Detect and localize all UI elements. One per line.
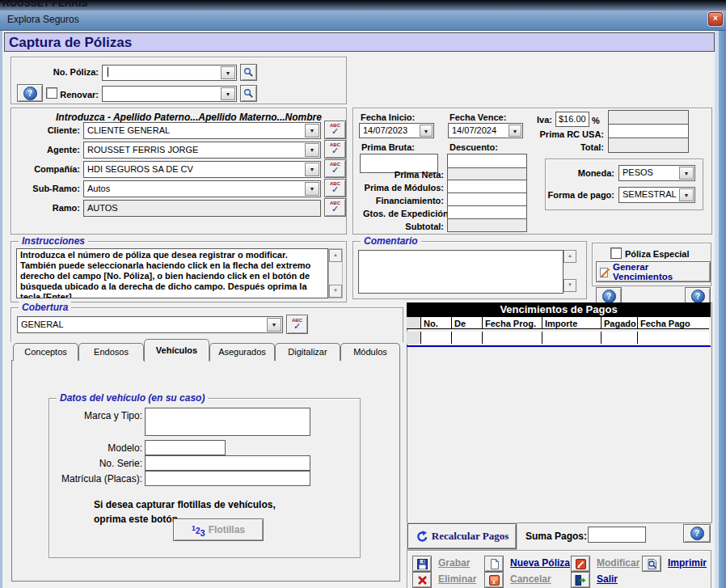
- compania-label: Compañía:: [14, 164, 80, 174]
- spellcheck-ramo-button[interactable]: ABC✓: [324, 198, 346, 217]
- prima-bruta-label: Prima Bruta:: [361, 142, 415, 152]
- spellcheck-agente-button[interactable]: ABC✓: [324, 140, 346, 159]
- payments-table-title: Vencimientos de Pagos: [407, 302, 711, 317]
- spellcheck-cliente-button[interactable]: ABC✓: [324, 121, 346, 139]
- imprimir-button[interactable]: [642, 556, 661, 572]
- suma-pagos-field[interactable]: [588, 527, 646, 543]
- cliente-combo[interactable]: CLIENTE GENERAL ▼: [83, 122, 321, 139]
- modelo-field[interactable]: [145, 440, 226, 455]
- recalcular-pagos-button[interactable]: Recalcular Pagos: [407, 523, 517, 549]
- eliminar-button[interactable]: [412, 572, 432, 588]
- instructions-scrollbar[interactable]: ▲ ▼: [328, 248, 343, 298]
- payments-table-header: No. De Fecha Prog. Importe Pagado Fecha …: [407, 317, 709, 329]
- generar-vencimientos-button[interactable]: Generar Vencimientos: [596, 261, 711, 282]
- forma-pago-dropdown-button[interactable]: ▼: [679, 188, 694, 201]
- col-fecha-prog: Fecha Prog.: [483, 317, 542, 329]
- forma-pago-label: Forma de pago:: [547, 190, 614, 200]
- help-icon: ?: [602, 290, 616, 303]
- spellcheck-cobertura-button[interactable]: ABC✓: [286, 315, 308, 334]
- nueva-poliza-link[interactable]: Nueva Póliza: [510, 557, 570, 569]
- cancelar-link[interactable]: Cancelar: [510, 573, 551, 585]
- renovar-combo[interactable]: ▼: [102, 86, 237, 102]
- payments-empty-row[interactable]: [407, 332, 709, 344]
- col-fecha-pago: Fecha Pago: [638, 317, 709, 329]
- flotillas-button[interactable]: 123 Flotillas: [173, 518, 264, 541]
- flotillas-hint-line1: Si desea capturar flotillas de vehículos…: [94, 499, 276, 510]
- no-poliza-dropdown-button[interactable]: ▼: [221, 66, 235, 79]
- modificar-link[interactable]: Modificar: [597, 557, 639, 569]
- tab-endosos[interactable]: Endosos: [78, 343, 144, 361]
- help-poliza-button[interactable]: ?: [17, 84, 43, 102]
- close-button[interactable]: ×: [708, 12, 723, 26]
- fecha-inicio-value: 14/07/2023: [363, 125, 407, 135]
- fecha-vence-dropdown-button[interactable]: ▼: [509, 125, 521, 137]
- renovar-checkbox[interactable]: [46, 87, 57, 99]
- renovar-dropdown-button[interactable]: ▼: [221, 87, 235, 100]
- matricula-field[interactable]: [145, 471, 310, 486]
- poliza-especial-checkbox[interactable]: [610, 247, 622, 259]
- ramo-value: AUTOS: [87, 203, 118, 213]
- scroll-up-icon[interactable]: ▲: [563, 250, 576, 263]
- spellcheck-icon: ABC✓: [330, 123, 340, 137]
- ramo-field[interactable]: AUTOS: [83, 200, 321, 217]
- nueva-poliza-button[interactable]: [484, 556, 504, 572]
- agente-combo[interactable]: ROUSSET FERRIS JORGE ▼: [83, 142, 321, 159]
- scroll-up-icon[interactable]: ▲: [329, 249, 342, 262]
- no-poliza-combo[interactable]: ▼: [102, 65, 237, 81]
- fecha-inicio-dropdown-button[interactable]: ▼: [420, 125, 433, 137]
- window-titlebar[interactable]: Explora Seguros: [0, 11, 726, 31]
- numbers-123-icon: 123: [192, 522, 205, 538]
- fecha-vence-combo[interactable]: 14/07/2024 ▼: [448, 123, 523, 138]
- compania-combo[interactable]: HDI SEGUROS SA DE CV ▼: [83, 161, 321, 178]
- spellcheck-subramo-button[interactable]: ABC✓: [324, 179, 346, 197]
- modificar-button[interactable]: [571, 556, 590, 572]
- grabar-button[interactable]: [412, 556, 432, 572]
- salir-button[interactable]: [571, 572, 590, 588]
- cobertura-dropdown-button[interactable]: ▼: [267, 318, 281, 332]
- instructions-group: Instrucciones Introduzca el número de pó…: [11, 241, 347, 302]
- spellcheck-compania-button[interactable]: ABC✓: [324, 159, 346, 178]
- no-poliza-label: No. Póliza:: [27, 67, 99, 77]
- client-header: Introduzca - Apellido Paterno...Apellido…: [56, 112, 322, 123]
- scroll-down-icon[interactable]: ▼: [329, 285, 342, 298]
- no-serie-field[interactable]: [145, 455, 310, 471]
- agente-dropdown-button[interactable]: ▼: [305, 143, 319, 157]
- tab-vehiculos[interactable]: Vehículos: [144, 339, 209, 362]
- delete-x-icon: [417, 575, 428, 586]
- grabar-link[interactable]: Grabar: [438, 557, 470, 569]
- salir-link[interactable]: Salir: [597, 573, 618, 585]
- search-poliza-button[interactable]: [240, 64, 257, 81]
- marca-tipo-field[interactable]: [145, 408, 310, 436]
- compania-dropdown-button[interactable]: ▼: [305, 163, 319, 176]
- instructions-textbox[interactable]: Introduzca el número de póliza que desea…: [16, 248, 328, 298]
- tab-asegurados[interactable]: Asegurados: [209, 343, 275, 361]
- search-renovar-button[interactable]: [240, 85, 257, 102]
- moneda-dropdown-button[interactable]: ▼: [679, 167, 694, 180]
- fecha-inicio-combo[interactable]: 14/07/2023 ▼: [359, 123, 434, 138]
- cobertura-combo[interactable]: GENERAL ▼: [17, 316, 283, 333]
- subramo-label: Sub-Ramo:: [14, 184, 80, 193]
- moneda-combo[interactable]: PESOS ▼: [618, 165, 695, 181]
- scroll-down-icon[interactable]: ▼: [563, 279, 576, 292]
- comment-textbox[interactable]: [358, 250, 563, 294]
- search-icon: [243, 67, 254, 78]
- captura-de-polizas-window: ROUSSET FERRIS Explora Seguros × Captura…: [0, 0, 726, 588]
- eliminar-link[interactable]: Eliminar: [438, 573, 476, 585]
- poliza-especial-label: Póliza Especial: [625, 249, 689, 259]
- cliente-dropdown-button[interactable]: ▼: [305, 124, 319, 137]
- iva-field[interactable]: $16.00: [555, 112, 589, 127]
- col-no: No.: [421, 317, 452, 329]
- forma-pago-combo[interactable]: SEMESTRAL ▼: [618, 187, 695, 203]
- comment-scrollbar[interactable]: ▲ ▼: [563, 250, 576, 292]
- cancelar-button[interactable]: x: [484, 572, 504, 588]
- tab-modulos[interactable]: Módulos: [340, 343, 400, 361]
- subramo-combo[interactable]: Autos ▼: [83, 180, 321, 197]
- modify-icon: [576, 559, 586, 569]
- subramo-dropdown-button[interactable]: ▼: [305, 182, 319, 196]
- help-button-bottom[interactable]: ?: [683, 524, 711, 543]
- tab-conceptos[interactable]: Conceptos: [13, 343, 78, 361]
- tab-digitalizar[interactable]: Digitalizar: [275, 343, 340, 361]
- comment-title: Comentario: [361, 235, 421, 247]
- moneda-value: PESOS: [623, 167, 653, 177]
- imprimir-link[interactable]: Imprimir: [668, 557, 707, 569]
